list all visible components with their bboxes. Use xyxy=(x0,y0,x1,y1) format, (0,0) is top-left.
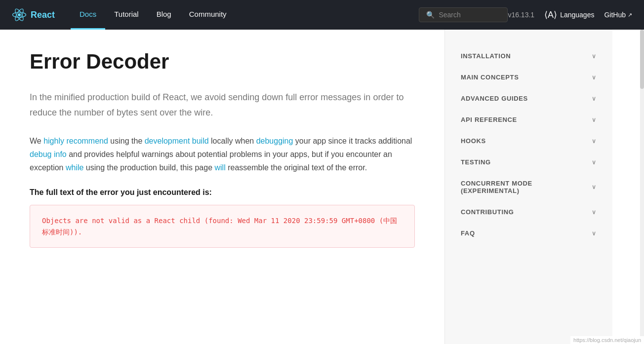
chevron-down-icon: ∨ xyxy=(592,138,597,145)
debug-info-link[interactable]: debug info xyxy=(30,150,67,158)
chevron-down-icon: ∨ xyxy=(592,53,597,60)
chevron-down-icon: ∨ xyxy=(592,184,597,191)
sidebar-item-contributing-label: CONTRIBUTING xyxy=(461,208,514,216)
chevron-down-icon: ∨ xyxy=(592,159,597,166)
languages-button[interactable]: ⟨A⟩ Languages xyxy=(544,9,594,20)
sidebar-item-testing-label: TESTING xyxy=(461,158,491,166)
search-placeholder: Search xyxy=(439,11,460,19)
will-link[interactable]: will xyxy=(214,163,225,172)
body-paragraph: We highly recommend using the developmen… xyxy=(30,134,415,175)
chevron-down-icon: ∨ xyxy=(592,95,597,102)
sidebar: INSTALLATION ∨ MAIN CONCEPTS ∨ ADVANCED … xyxy=(444,30,612,344)
chevron-down-icon: ∨ xyxy=(592,116,597,123)
main-content: Error Decoder In the minified production… xyxy=(0,30,444,344)
error-box: Objects are not valid as a React child (… xyxy=(30,205,415,248)
sidebar-item-api-reference[interactable]: API REFERENCE ∨ xyxy=(445,109,612,130)
nav-docs[interactable]: Docs xyxy=(71,0,105,30)
highly-link[interactable]: highly recommend xyxy=(43,137,108,145)
debugging-link[interactable]: debugging xyxy=(256,137,293,145)
nav-right: v16.13.1 ⟨A⟩ Languages GitHub ↗ xyxy=(508,9,632,20)
sidebar-item-advanced-guides-label: ADVANCED GUIDES xyxy=(461,95,528,102)
sidebar-item-installation[interactable]: INSTALLATION ∨ xyxy=(445,45,612,67)
intro-paragraph: In the minified production build of Reac… xyxy=(30,90,415,120)
nav-links: Docs Tutorial Blog Community xyxy=(71,0,419,30)
sidebar-item-hooks-label: HOOKS xyxy=(461,137,486,145)
nav-blog[interactable]: Blog xyxy=(148,0,180,30)
sidebar-item-faq-label: FAQ xyxy=(461,229,475,237)
chevron-down-icon: ∨ xyxy=(592,230,597,237)
page-layout: Error Decoder In the minified production… xyxy=(0,30,644,344)
search-icon: 🔍 xyxy=(426,11,435,19)
search-bar[interactable]: 🔍 Search xyxy=(419,7,508,22)
sidebar-item-concurrent-mode[interactable]: CONCURRENT MODE (EXPERIMENTAL) ∨ xyxy=(445,173,612,201)
react-icon xyxy=(12,7,27,22)
sidebar-item-contributing[interactable]: CONTRIBUTING ∨ xyxy=(445,201,612,223)
while-link[interactable]: while xyxy=(66,163,83,172)
version-label: v16.13.1 xyxy=(508,11,534,19)
sidebar-item-installation-label: INSTALLATION xyxy=(461,52,511,60)
sidebar-item-api-reference-label: API REFERENCE xyxy=(461,116,517,123)
chevron-down-icon: ∨ xyxy=(592,209,597,216)
sidebar-item-main-concepts-label: MAIN CONCEPTS xyxy=(461,74,519,81)
error-section-heading: The full text of the error you just enco… xyxy=(30,188,415,197)
sidebar-item-main-concepts[interactable]: MAIN CONCEPTS ∨ xyxy=(445,67,612,88)
github-link[interactable]: GitHub ↗ xyxy=(604,11,632,19)
sidebar-item-testing[interactable]: TESTING ∨ xyxy=(445,152,612,173)
error-text: Objects are not valid as a React child (… xyxy=(42,217,397,235)
footer-url-hint: https://blog.csdn.net/qiaojun xyxy=(570,336,644,344)
page-title: Error Decoder xyxy=(30,49,415,74)
translate-icon: ⟨A⟩ xyxy=(544,9,557,20)
languages-label: Languages xyxy=(560,11,594,19)
sidebar-item-hooks[interactable]: HOOKS ∨ xyxy=(445,130,612,152)
external-link-icon: ↗ xyxy=(628,12,632,18)
nav-tutorial[interactable]: Tutorial xyxy=(105,0,147,30)
sidebar-item-advanced-guides[interactable]: ADVANCED GUIDES ∨ xyxy=(445,88,612,109)
dev-build-link[interactable]: development build xyxy=(145,137,209,145)
logo-text: React xyxy=(31,10,55,20)
navbar: React Docs Tutorial Blog Community 🔍 Sea… xyxy=(0,0,644,30)
chevron-down-icon: ∨ xyxy=(592,74,597,81)
sidebar-item-concurrent-mode-label: CONCURRENT MODE (EXPERIMENTAL) xyxy=(461,180,592,194)
scrollbar-track[interactable] xyxy=(640,30,644,344)
logo-link[interactable]: React xyxy=(12,7,55,22)
sidebar-item-faq[interactable]: FAQ ∨ xyxy=(445,223,612,244)
nav-community[interactable]: Community xyxy=(180,0,236,30)
svg-point-0 xyxy=(18,13,21,16)
github-label: GitHub xyxy=(604,11,626,19)
scrollbar-thumb[interactable] xyxy=(640,30,644,89)
